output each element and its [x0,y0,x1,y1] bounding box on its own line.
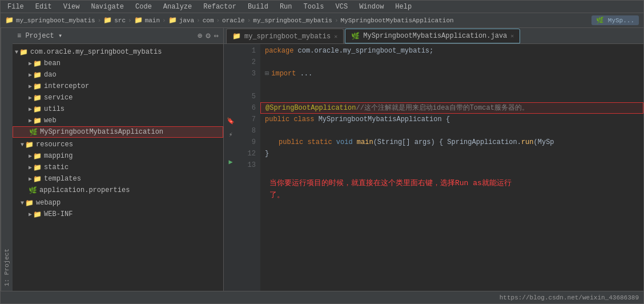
tab-project-folder[interactable]: 📁 my_springboot_mybatis ✕ [226,29,344,43]
gutter-icons: 🔖 ⚡ ▶ [224,44,238,291]
code-line-1: package com.oracle.my_springboot_mybatis… [260,45,643,57]
tree-item-app-props[interactable]: 🌿 application.properties [13,185,223,196]
project-panel: ≡ Project ▾ ⊕ ⚙ ⇔ ▼ 📁 com.oracle.my_spri… [13,28,224,291]
comment-line-2: 了。 [269,190,634,202]
menu-view[interactable]: View [61,2,82,12]
chevron-right-icon: ▶ [29,153,32,159]
file-tree[interactable]: ▼ 📁 com.oracle.my_springboot_mybatis ▶ 📁… [13,44,223,291]
chevron-right-icon: ▶ [29,117,32,124]
expand-icon[interactable]: ⇔ [214,31,219,41]
menu-bar: File Edit View Navigate Code Analyze Ref… [1,1,643,13]
code-line-7: public class MySpringbootMybatisApplicat… [260,114,643,125]
folder-tab-icon: 📁 [232,32,241,41]
folder-icon: 📁 [25,199,34,207]
folder-icon: 📁 [33,175,42,183]
tree-item-web[interactable]: ▶ 📁 web [13,115,223,126]
chevron-right-icon: ▶ [29,60,32,67]
tree-item-mapping[interactable]: ▶ 📁 mapping [13,150,223,162]
chevron-right-icon: ▶ [29,71,32,78]
editor-area: 📁 my_springboot_mybatis ✕ 🌿 MySpringboot… [224,28,643,291]
code-line-4 [260,79,643,91]
tree-item-resources[interactable]: ▼ 📁 resources [13,139,223,150]
breadcrumb-com[interactable]: com [203,17,214,24]
tab-folder-label: my_springboot_mybatis [244,33,331,41]
folder-icon: 📁 [33,59,42,68]
folder-icon: 📁 [19,48,28,57]
tree-item-bean[interactable]: ▶ 📁 bean [13,58,223,69]
tree-item-dao[interactable]: ▶ 📁 dao [13,69,223,81]
code-line-5 [260,91,643,102]
menu-vcs[interactable]: VCS [333,2,351,12]
code-line-3: ⊞ import ... [260,68,643,79]
tree-item-webapp[interactable]: ▼ 📁 webapp [13,197,223,209]
tab-close-icon[interactable]: ✕ [510,33,514,39]
chevron-right-icon: ▶ [29,164,32,171]
menu-run[interactable]: Run [277,2,295,12]
spring-tab-icon: 🌿 [351,32,360,41]
breadcrumb-bar: 📁 my_springboot_mybatis › 📁 src › 📁 main… [1,13,643,28]
menu-navigate[interactable]: Navigate [88,2,126,12]
tree-item-templates[interactable]: ▶ 📁 templates [13,173,223,185]
tree-item-main-class[interactable]: 🌿 MySpringbootMybatisApplication [13,126,223,138]
chevron-down-icon: ▼ [21,200,24,206]
comment-line-1: 当你要运行项目的时候，就直接在这个类里面右键，选择Run as就能运行 [269,178,634,190]
menu-build[interactable]: Build [245,2,271,12]
project-tab[interactable]: 1: Project [1,28,13,291]
tree-root-pkg[interactable]: ▼ 📁 com.oracle.my_springboot_mybatis [13,46,223,58]
tree-item-service[interactable]: ▶ 📁 service [13,92,223,103]
code-line-8 [260,125,643,137]
chevron-right-icon: ▶ [29,83,32,90]
folder-icon: 📁 [33,117,42,125]
folder-icon: 📁 [33,152,42,161]
folder-icon: 📁 [168,16,177,25]
props-icon: 🌿 [29,186,37,195]
tree-item-static[interactable]: ▶ 📁 static [13,162,223,173]
chevron-right-icon: ▶ [29,211,32,218]
menu-edit[interactable]: Edit [33,2,54,12]
resources-folder-icon: 📁 [25,141,34,149]
run-arrow-icon[interactable]: ▶ [228,156,232,167]
menu-tools[interactable]: Tools [301,2,327,12]
menu-analyze[interactable]: Analyze [161,2,194,12]
settings-icon[interactable]: ⚙ [206,31,210,41]
tree-item-webinf[interactable]: ▶ 📁 WEB-INF [13,209,223,220]
editor-content: 🔖 ⚡ ▶ 1 2 3 5 6 7 8 9 12 [224,44,643,291]
folder-icon: 📁 [5,16,14,25]
bookmark-icon[interactable]: 🔖 [227,115,235,126]
breadcrumb-mysp[interactable]: 🌿 MySp... [591,15,639,25]
editor-comment-block: 当你要运行项目的时候，就直接在这个类里面右键，选择Run as就能运行 了。 [260,171,643,209]
ide-window: File Edit View Navigate Code Analyze Ref… [0,0,644,304]
folder-icon: 📁 [33,210,42,219]
chevron-right-icon: ▶ [29,106,32,113]
breadcrumb-oracle[interactable]: oracle [222,17,245,24]
tab-main-class[interactable]: 🌿 MySpringbootMybatisApplication.java ✕ [345,29,520,43]
code-line-9: public static void main (String[] args) … [260,137,643,148]
inspect-icon[interactable]: ⚡ [229,129,233,140]
folder-icon: 📁 [33,105,42,114]
code-line-13 [260,159,643,171]
breadcrumb-mybatis[interactable]: my_springboot_mybatis [253,17,332,24]
folder-icon: 📁 [33,71,42,79]
breadcrumb-class[interactable]: MySpringbootMybatisApplication [341,17,454,24]
menu-file[interactable]: File [5,2,26,12]
chevron-down-icon: ▼ [15,49,18,55]
tree-item-interceptor[interactable]: ▶ 📁 interceptor [13,81,223,92]
breadcrumb-src[interactable]: 📁 src [103,16,126,25]
menu-refactor[interactable]: Refactor [201,2,239,12]
tree-item-utils[interactable]: ▶ 📁 utils [13,103,223,115]
breadcrumb-java[interactable]: 📁 java [168,16,194,25]
project-title: ≡ Project ▾ [17,31,62,40]
folder-icon: 📁 [103,16,112,25]
add-icon[interactable]: ⊕ [198,31,202,41]
menu-window[interactable]: Window [357,2,386,12]
chevron-down-icon: ▼ [21,142,24,148]
project-toolbar: ≡ Project ▾ ⊕ ⚙ ⇔ [13,28,223,44]
breadcrumb-root[interactable]: 📁 my_springboot_mybatis [5,16,95,25]
tab-close-icon[interactable]: ✕ [334,33,337,40]
code-line-6: @SpringBootApplication //这个注解就是用来启动idea自… [260,102,643,114]
main-content: 1: Project ≡ Project ▾ ⊕ ⚙ ⇔ ▼ 📁 com.ora… [1,28,643,291]
menu-help[interactable]: Help [393,2,414,12]
menu-code[interactable]: Code [133,2,154,12]
code-line-2 [260,57,643,68]
breadcrumb-main[interactable]: 📁 main [134,16,160,25]
